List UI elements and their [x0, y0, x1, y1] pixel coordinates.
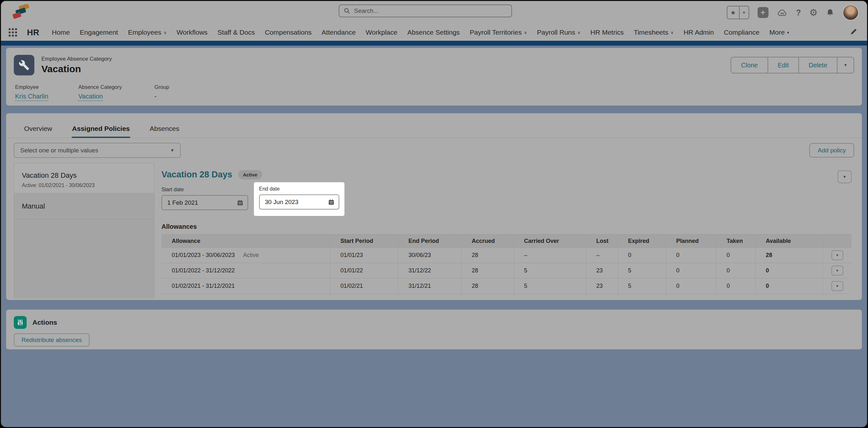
- policy-actions-caret-button[interactable]: ▼: [837, 170, 851, 183]
- company-logo-icon: [12, 4, 31, 21]
- nav-item-engagement[interactable]: Engagement: [80, 29, 118, 36]
- brand-band: [1, 41, 867, 45]
- edit-button[interactable]: Edit: [768, 58, 799, 73]
- delete-button[interactable]: Delete: [799, 58, 837, 73]
- nav-item-compliance[interactable]: Compliance: [724, 29, 760, 36]
- chevron-down-icon: ∨: [578, 30, 581, 35]
- app-name[interactable]: HR: [27, 28, 39, 37]
- allowance-range: 01/01/2022 - 31/12/2022: [172, 267, 235, 274]
- favorite-star-icon[interactable]: ★: [727, 6, 740, 19]
- policy-detail-pane: ▼ Vacation 28 Days Active Start date 1 F…: [161, 163, 854, 300]
- allowances-table: Allowance Start Period End Period Accrue…: [161, 234, 851, 294]
- tab-overview[interactable]: Overview: [24, 125, 52, 132]
- redistribute-absences-button[interactable]: Redistribute absences: [14, 333, 90, 347]
- table-row: 01/01/2023 - 30/06/2023Active 01/01/23 3…: [161, 248, 851, 263]
- nav-item-payroll-runs[interactable]: Payroll Runs∨: [537, 29, 581, 36]
- edit-nav-pencil-icon[interactable]: [850, 28, 858, 37]
- record-header-card: Employee Absence Category Vacation Clone…: [6, 48, 862, 105]
- nav-item-attendance[interactable]: Attendance: [322, 29, 356, 36]
- help-icon[interactable]: ?: [796, 8, 801, 17]
- row-actions-button[interactable]: ▼: [831, 281, 843, 291]
- start-date-field: Start date 1 Feb 2021: [161, 187, 248, 210]
- nav-item-timesheets[interactable]: Timesheets∨: [634, 29, 674, 36]
- sliders-icon: [17, 319, 24, 326]
- policy-filter-select[interactable]: Select one or multiple values ▼: [14, 143, 181, 158]
- page-title: Vacation: [41, 64, 112, 74]
- actions-card: Actions Redistribute absences: [6, 309, 862, 350]
- nav-item-compensations[interactable]: Compensations: [265, 29, 312, 36]
- app-navigation-bar: HR Home Engagement Employees∨ Workflows …: [1, 24, 867, 41]
- table-row: 01/02/2021 - 31/12/2021 01/02/21 31/12/2…: [161, 278, 851, 294]
- add-policy-button[interactable]: Add policy: [809, 143, 854, 158]
- setup-gear-icon[interactable]: ⚙: [809, 7, 817, 18]
- global-search[interactable]: [339, 4, 512, 17]
- chevron-down-icon: ∨: [164, 30, 167, 35]
- nav-item-staff-docs[interactable]: Staff & Docs: [218, 29, 255, 36]
- tab-assigned-policies[interactable]: Assigned Policies: [72, 125, 130, 132]
- allowances-heading: Allowances: [161, 223, 854, 230]
- employee-link[interactable]: Kris Charlin: [15, 93, 48, 101]
- guidance-cloud-icon[interactable]: [777, 8, 788, 17]
- nav-item-hr-metrics[interactable]: HR Metrics: [590, 29, 624, 36]
- table-row: 01/01/2022 - 31/12/2022 01/01/22 31/12/2…: [161, 263, 851, 278]
- end-date-spotlight: End date 30 Jun 2023: [254, 182, 344, 216]
- allowance-range: 01/01/2023 - 30/06/2023: [172, 252, 235, 258]
- user-avatar[interactable]: [843, 4, 859, 21]
- nav-item-absence-settings[interactable]: Absence Settings: [407, 29, 460, 36]
- caret-down-icon: ▾: [787, 30, 789, 35]
- allowance-status: Active: [243, 252, 259, 258]
- policy-list-item-vacation[interactable]: Vacation 28 Days Active: 01/02/2021 - 30…: [14, 163, 154, 194]
- tab-bar: Overview Assigned Policies Absences: [6, 113, 862, 138]
- policy-title: Vacation 28 Days: [161, 170, 232, 180]
- allowance-range: 01/02/2021 - 31/12/2021: [172, 283, 235, 289]
- nav-item-payroll-territories[interactable]: Payroll Territories∨: [470, 29, 527, 36]
- nav-item-employees[interactable]: Employees∨: [128, 29, 166, 36]
- record-actions-button-group: Clone Edit Delete ▼: [731, 57, 854, 73]
- row-actions-button[interactable]: ▼: [831, 266, 843, 275]
- notifications-bell-icon[interactable]: [826, 8, 834, 17]
- plus-icon: +: [761, 8, 766, 17]
- search-icon: [344, 8, 350, 14]
- more-actions-caret-button[interactable]: ▼: [837, 58, 854, 73]
- policy-list-item-manual[interactable]: Manual: [14, 194, 154, 219]
- nav-item-more[interactable]: More▾: [770, 29, 789, 36]
- calendar-icon[interactable]: [328, 199, 335, 205]
- end-date-input[interactable]: 30 Jun 2023: [259, 194, 339, 209]
- page-body: Employee Absence Category Vacation Clone…: [1, 45, 867, 350]
- actions-tile: [14, 316, 27, 329]
- nav-item-workplace[interactable]: Workplace: [366, 29, 397, 36]
- field-group: Group -: [154, 84, 169, 101]
- global-actions-button[interactable]: +: [757, 7, 769, 18]
- nav-item-workflows[interactable]: Workflows: [177, 29, 207, 36]
- search-input[interactable]: [353, 7, 507, 15]
- app-launcher-icon[interactable]: [9, 28, 17, 37]
- start-date-input[interactable]: 1 Feb 2021: [161, 195, 248, 210]
- absence-category-link[interactable]: Vacation: [78, 93, 103, 101]
- tab-absences[interactable]: Absences: [150, 125, 179, 132]
- row-actions-button[interactable]: ▼: [831, 250, 843, 260]
- field-absence-category: Absence Category Vacation: [78, 84, 154, 101]
- nav-item-hr-admin[interactable]: HR Admin: [683, 29, 714, 36]
- nav-item-home[interactable]: Home: [52, 29, 70, 36]
- policy-active-range: Active: 01/02/2021 - 30/06/2023: [22, 183, 146, 188]
- caret-down-icon: ▼: [170, 148, 174, 153]
- toolbar-row: Select one or multiple values ▼ Add poli…: [6, 138, 862, 163]
- policy-list-panel: Vacation 28 Days Active: 01/02/2021 - 30…: [14, 163, 154, 298]
- record-object-tile: [14, 55, 34, 75]
- end-date-field: End date 30 Jun 2023: [259, 186, 339, 209]
- app-window: ★ ▼ + ? ⚙ HR Home Engagement Employees∨ …: [0, 0, 868, 428]
- favorites-caret-icon[interactable]: ▼: [740, 6, 749, 19]
- favorites-button-group[interactable]: ★ ▼: [727, 6, 749, 19]
- calendar-icon[interactable]: [237, 200, 243, 206]
- group-value: -: [154, 93, 169, 100]
- status-badge: Active: [238, 170, 262, 179]
- chevron-down-icon: ∨: [671, 30, 674, 35]
- record-entity-label: Employee Absence Category: [41, 56, 112, 62]
- field-employee: Employee Kris Charlin: [15, 84, 78, 101]
- chevron-down-icon: ∨: [524, 30, 527, 35]
- table-header-row: Allowance Start Period End Period Accrue…: [161, 234, 851, 248]
- wrench-icon: [19, 60, 30, 71]
- content-card: Overview Assigned Policies Absences Sele…: [6, 113, 862, 300]
- actions-heading: Actions: [32, 319, 57, 326]
- clone-button[interactable]: Clone: [731, 58, 768, 73]
